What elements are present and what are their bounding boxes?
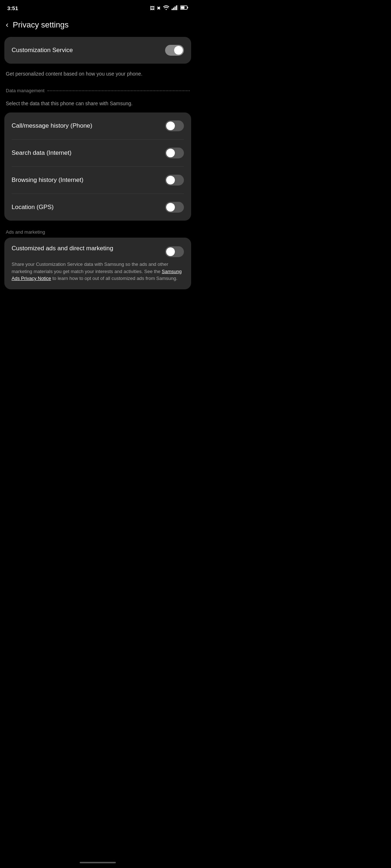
close-notification-icon: ✖: [157, 5, 161, 11]
call-message-history-label: Call/message history (Phone): [12, 122, 92, 129]
signal-icon: [172, 5, 178, 11]
data-management-description: Select the data that this phone can shar…: [4, 96, 191, 112]
data-management-header: Data management: [4, 83, 191, 96]
back-button[interactable]: ‹: [6, 20, 8, 30]
customization-service-label: Customization Service: [12, 47, 73, 54]
location-gps-row: Location (GPS): [12, 193, 184, 221]
status-icons: 🖼 ✖: [150, 5, 188, 11]
svg-rect-4: [176, 5, 177, 10]
svg-rect-3: [175, 7, 176, 10]
top-bar: ‹ Privacy settings: [0, 14, 196, 37]
page-title: Privacy settings: [13, 20, 68, 30]
svg-rect-8: [188, 7, 188, 8]
svg-rect-5: [177, 5, 178, 10]
data-management-divider: [47, 90, 190, 91]
browsing-history-label: Browsing history (Internet): [12, 176, 83, 184]
status-bar: 3:51 🖼 ✖: [0, 0, 196, 14]
customization-service-description: Get personalized content based on how yo…: [4, 67, 191, 83]
battery-icon: [180, 5, 188, 11]
svg-rect-2: [173, 8, 174, 10]
data-management-label: Data management: [6, 88, 45, 93]
browsing-history-row: Browsing history (Internet): [12, 166, 184, 193]
status-time: 3:51: [7, 5, 18, 11]
wifi-icon: [163, 5, 169, 11]
call-message-history-row: Call/message history (Phone): [12, 112, 184, 139]
ads-card-description: Share your Customization Service data wi…: [12, 261, 184, 282]
ads-desc-text: Share your Customization Service data wi…: [12, 261, 168, 274]
ads-card-header: Customized ads and direct marketing: [12, 245, 184, 257]
ads-card: Customized ads and direct marketing Shar…: [4, 238, 191, 289]
customization-service-card: Customization Service: [4, 37, 191, 64]
call-message-history-toggle[interactable]: [165, 120, 184, 131]
customization-service-toggle[interactable]: [165, 45, 184, 56]
svg-point-0: [166, 9, 167, 10]
ads-desc-suffix: to learn how to opt out of all customize…: [51, 276, 177, 281]
search-data-label: Search data (Internet): [12, 149, 71, 157]
search-data-toggle[interactable]: [165, 148, 184, 158]
location-gps-toggle[interactable]: [165, 202, 184, 213]
main-content: Customization Service Get personalized c…: [0, 37, 196, 289]
search-data-row: Search data (Internet): [12, 139, 184, 166]
svg-rect-1: [172, 9, 173, 10]
ads-toggle[interactable]: [165, 246, 184, 257]
data-management-card: Call/message history (Phone) Search data…: [4, 112, 191, 221]
svg-rect-7: [181, 6, 185, 9]
ads-marketing-section-label: Ads and marketing: [4, 224, 191, 238]
image-notification-icon: 🖼: [150, 5, 155, 11]
location-gps-label: Location (GPS): [12, 204, 54, 211]
customization-service-row: Customization Service: [12, 37, 184, 64]
ads-card-title: Customized ads and direct marketing: [12, 245, 161, 252]
browsing-history-toggle[interactable]: [165, 175, 184, 186]
